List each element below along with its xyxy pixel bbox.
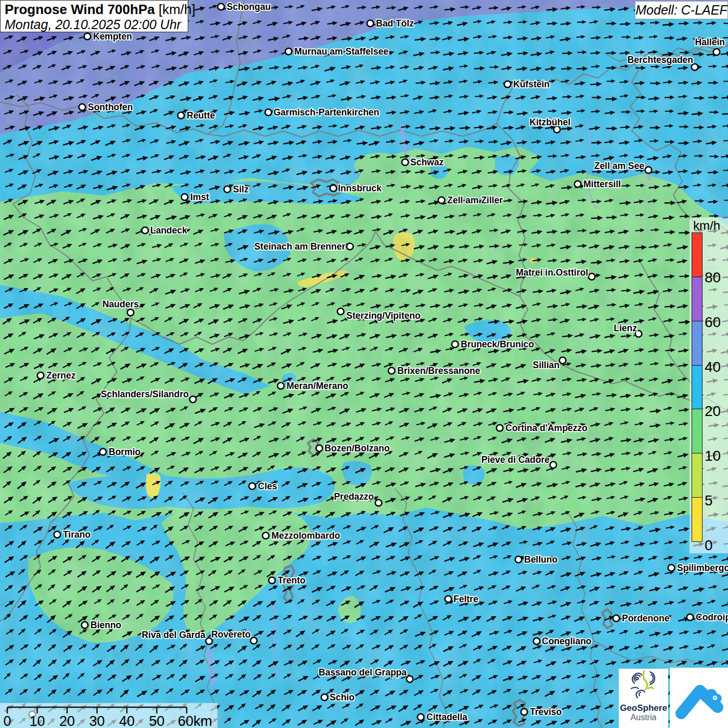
legend-label-10: 10	[705, 448, 727, 464]
svg-text:Schwaz: Schwaz	[410, 157, 444, 167]
svg-text:Cittadella: Cittadella	[426, 712, 467, 722]
city-cles: Cles	[249, 481, 278, 491]
model-label-box: Modell: C-LAEF	[635, 1, 728, 19]
svg-text:Pieve di Cadore: Pieve di Cadore	[482, 454, 550, 465]
legend-label-5: 5	[705, 492, 727, 509]
svg-text:Spilimbergo: Spilimbergo	[677, 563, 728, 573]
svg-text:Zell am Ziller: Zell am Ziller	[447, 195, 503, 205]
legend-label-0: 0	[705, 537, 727, 554]
title-parameter: Prognose Wind 700hPa	[5, 2, 155, 17]
svg-text:Steinach am Brenner: Steinach am Brenner	[254, 241, 345, 252]
city-conegliano: Conegliano	[534, 636, 592, 646]
svg-text:Cortina d'Ampezzo: Cortina d'Ampezzo	[505, 423, 588, 433]
svg-text:Sterzing/Vipiteno: Sterzing/Vipiteno	[346, 310, 421, 321]
svg-text:Predazzo: Predazzo	[334, 491, 374, 502]
city-zell-am-ziller: Zell am Ziller	[438, 195, 503, 205]
svg-text:Bienno: Bienno	[90, 620, 121, 630]
legend-segment-80	[692, 232, 703, 277]
svg-text:Berchtesgaden: Berchtesgaden	[628, 55, 693, 65]
svg-text:Kitzbühel: Kitzbühel	[529, 117, 570, 127]
svg-text:Trento: Trento	[278, 575, 305, 586]
svg-text:Feltre: Feltre	[453, 594, 478, 604]
city-spilimbergo: Spilimbergo	[668, 563, 728, 573]
svg-text:Hallein: Hallein	[695, 37, 725, 47]
svg-text:Mezzolombardo: Mezzolombardo	[271, 530, 340, 541]
city-brixen-bressanone: Brixen/Bressanone	[388, 366, 480, 376]
scalebar-label-0: 0	[3, 713, 11, 728]
city-innsbruck: Innsbruck	[330, 183, 382, 193]
city-garmisch-partenkirchen: Garmisch-Partenkirchen	[265, 107, 380, 118]
svg-text:Rovereto: Rovereto	[211, 629, 251, 640]
svg-text:Silz: Silz	[233, 184, 249, 194]
weather-map-page: SchongauBad TölzKemptenMurnau am Staffel…	[0, 0, 728, 728]
svg-text:Bormio: Bormio	[109, 447, 140, 457]
svg-text:Bozen/Bolzano: Bozen/Bolzano	[324, 443, 389, 453]
legend-segment-5	[692, 453, 703, 498]
svg-text:Lienz: Lienz	[614, 323, 637, 333]
scalebar-label-40: 40	[119, 713, 135, 728]
svg-text:Reutte: Reutte	[187, 110, 215, 121]
mountain-logo-box	[670, 668, 728, 728]
city-murnau-am-staffelsee: Murnau am Staffelsee	[285, 46, 388, 57]
svg-text:Innsbruck: Innsbruck	[338, 183, 382, 193]
svg-text:Zell am See: Zell am See	[594, 161, 645, 171]
geosphere-logo-box: GeoSphere Austria	[619, 669, 668, 728]
scalebar-label-50: 50	[149, 713, 164, 728]
svg-text:Cles: Cles	[258, 481, 277, 491]
svg-text:Brixen/Bressanone: Brixen/Bressanone	[397, 366, 480, 376]
city-meran-merano: Meran/Merano	[278, 381, 348, 391]
map-valid-time: Montag, 20.10.2025 02:00 Uhr	[5, 17, 184, 32]
title-unit: [km/h]	[155, 2, 196, 17]
svg-text:Bassano del Grappa: Bassano del Grappa	[319, 667, 407, 678]
legend-segment-40	[692, 321, 703, 366]
map-title-box: Prognose Wind 700hPa [km/h] Montag, 20.1…	[0, 0, 188, 32]
svg-text:Riva del Garda: Riva del Garda	[141, 630, 205, 640]
svg-text:Conegliano: Conegliano	[542, 636, 591, 646]
svg-text:Kempten: Kempten	[93, 31, 132, 42]
svg-text:Pordenone: Pordenone	[622, 613, 670, 623]
scalebar-label-30: 30	[89, 713, 105, 728]
legend-segment-10	[692, 409, 703, 453]
svg-text:Zernez: Zernez	[46, 370, 76, 381]
wind-speed-legend: km/h 806040201050	[690, 217, 728, 553]
svg-text:Landeck: Landeck	[150, 225, 187, 236]
scale-bar-graphic: 0102030405060km	[0, 703, 217, 728]
svg-text:Garmisch-Partenkirchen: Garmisch-Partenkirchen	[274, 107, 379, 118]
city-sterzing-vipiteno: Sterzing/Vipiteno	[337, 308, 421, 321]
legend-label-60: 60	[705, 314, 727, 331]
svg-text:Bad Tölz: Bad Tölz	[376, 18, 414, 29]
legend-segment-60	[692, 277, 703, 321]
city-cortina-d-ampezzo: Cortina d'Ampezzo	[497, 423, 588, 433]
mountain-cloud-icon	[670, 668, 728, 728]
scalebar-label-20: 20	[59, 713, 75, 728]
map-title: Prognose Wind 700hPa [km/h]	[5, 2, 184, 17]
legend-color-bar	[692, 233, 703, 545]
scalebar-label-60km: 60km	[178, 713, 212, 728]
city-steinach-am-brenner: Steinach am Brenner	[254, 241, 353, 252]
svg-text:Meran/Merano: Meran/Merano	[287, 381, 348, 391]
geosphere-logo-icon	[627, 669, 660, 701]
legend-label-80: 80	[705, 269, 727, 286]
legend-title: km/h	[693, 218, 720, 233]
svg-text:Sillian: Sillian	[532, 360, 560, 370]
legend-segment-0	[692, 497, 703, 542]
svg-text:Tirano: Tirano	[63, 529, 90, 540]
svg-text:Sonthofen: Sonthofen	[88, 102, 133, 112]
city-pordenone: Pordenone	[613, 613, 670, 623]
svg-text:Belluno: Belluno	[524, 554, 557, 565]
svg-text:Nauders: Nauders	[102, 299, 139, 309]
legend-label-20: 20	[705, 403, 727, 420]
city-silz: Silz	[224, 184, 249, 194]
scalebar-label-10: 10	[29, 713, 45, 728]
svg-text:Schio: Schio	[330, 692, 355, 703]
distance-scale-bar: 0102030405060km	[0, 703, 217, 728]
svg-text:Mittersill: Mittersill	[583, 179, 621, 189]
svg-text:Schlanders/Silandro: Schlanders/Silandro	[101, 389, 189, 399]
geosphere-logo-text: GeoSphere	[619, 703, 668, 713]
city-mezzolombardo: Mezzolombardo	[263, 530, 341, 541]
svg-text:Bruneck/Brunico: Bruneck/Brunico	[461, 339, 534, 349]
model-label: Modell: C-LAEF	[635, 3, 727, 17]
city-bozen-bolzano: Bozen/Bolzano	[316, 443, 390, 453]
svg-text:Treviso: Treviso	[530, 707, 562, 717]
wind-map-canvas: SchongauBad TölzKemptenMurnau am Staffel…	[0, 0, 728, 728]
